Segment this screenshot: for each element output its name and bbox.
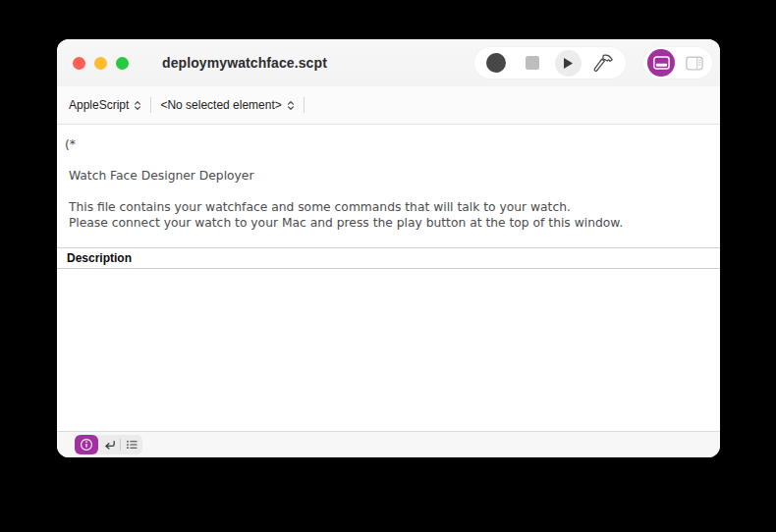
title-bar: deploymywatchface.scpt — [57, 39, 720, 86]
tab-result[interactable] — [98, 435, 120, 454]
script-code-text: (* Watch Face Designer Deployer This fil… — [57, 125, 720, 231]
desktop-background: { "window": { "title": "deploymywatchfac… — [0, 0, 776, 532]
minimize-button[interactable] — [94, 57, 107, 70]
bottom-bar — [57, 431, 720, 457]
divider — [304, 97, 305, 113]
compile-button[interactable] — [589, 48, 619, 78]
log-list-icon — [125, 438, 139, 452]
run-button[interactable] — [553, 48, 582, 78]
accessory-view-toggle[interactable] — [646, 48, 676, 78]
window-title: deploymywatchface.scpt — [162, 39, 327, 86]
zoom-button[interactable] — [116, 57, 129, 70]
script-editor-window: deploymywatchface.scpt — [57, 39, 720, 457]
record-icon — [486, 53, 506, 73]
element-popup[interactable]: <No selected element> — [156, 95, 298, 115]
accessory-tab-control — [75, 435, 142, 454]
close-button[interactable] — [73, 57, 85, 70]
compile-hammer-icon — [592, 52, 615, 75]
description-content-area[interactable] — [57, 269, 720, 431]
record-button[interactable] — [481, 48, 511, 78]
run-toolbar-group — [474, 47, 626, 79]
accessory-header-label: Description — [67, 251, 132, 265]
info-circle-icon — [80, 438, 93, 452]
view-toolbar-group — [643, 47, 712, 79]
accessory-header: Description — [57, 247, 720, 269]
accessory-view-icon — [647, 49, 675, 77]
bundle-contents-toggle[interactable] — [680, 48, 709, 78]
element-popup-label: <No selected element> — [160, 98, 281, 112]
language-popup[interactable]: AppleScript — [65, 95, 145, 115]
divider — [150, 97, 151, 113]
chevron-up-down-icon — [134, 99, 141, 112]
chevron-up-down-icon — [287, 99, 295, 112]
tab-log[interactable] — [121, 435, 142, 454]
return-arrow-icon — [102, 438, 117, 452]
play-icon — [555, 50, 582, 77]
language-popup-label: AppleScript — [69, 98, 129, 112]
stop-button[interactable] — [518, 48, 547, 78]
bundle-contents-icon — [686, 56, 703, 71]
navigation-bar: AppleScript <No selected element> — [57, 86, 720, 125]
traffic-lights — [73, 57, 129, 70]
stop-icon — [526, 56, 539, 70]
script-editor-area[interactable]: (* Watch Face Designer Deployer This fil… — [57, 125, 720, 247]
tab-description[interactable] — [75, 435, 98, 454]
